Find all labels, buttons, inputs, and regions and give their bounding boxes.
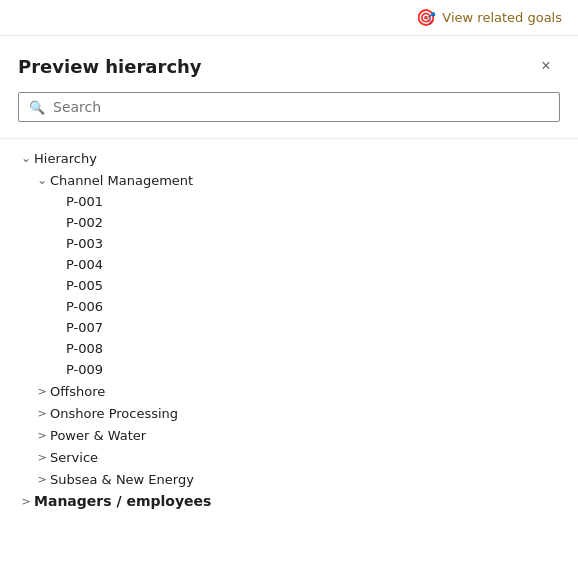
tree-label-hierarchy: Hierarchy <box>34 151 97 166</box>
tree-label-p004: P-004 <box>66 257 103 272</box>
close-button[interactable]: × <box>532 52 560 80</box>
search-icon: 🔍 <box>29 100 45 115</box>
tree-item-p002[interactable]: P-002 <box>18 212 560 233</box>
tree-item-offshore[interactable]: >Offshore <box>18 380 560 402</box>
chevron-service: > <box>34 449 50 465</box>
tree-label-p003: P-003 <box>66 236 103 251</box>
search-box[interactable]: 🔍 <box>18 92 560 122</box>
tree-label-managers-employees: Managers / employees <box>34 493 211 509</box>
panel-header: Preview hierarchy × <box>18 52 560 80</box>
tree-label-subsea: Subsea & New Energy <box>50 472 194 487</box>
tree-item-p007[interactable]: P-007 <box>18 317 560 338</box>
top-bar: 🎯 View related goals <box>0 0 578 36</box>
panel-title: Preview hierarchy <box>18 56 202 77</box>
tree-item-p004[interactable]: P-004 <box>18 254 560 275</box>
chevron-subsea: > <box>34 471 50 487</box>
tree-container: ⌄Hierarchy⌄Channel ManagementP-001P-002P… <box>0 139 578 555</box>
tree-label-p007: P-007 <box>66 320 103 335</box>
tree-item-p005[interactable]: P-005 <box>18 275 560 296</box>
tree-item-managers-employees[interactable]: >Managers / employees <box>18 490 560 512</box>
tree-label-power-water: Power & Water <box>50 428 146 443</box>
tree-label-p005: P-005 <box>66 278 103 293</box>
tree-item-onshore-processing[interactable]: >Onshore Processing <box>18 402 560 424</box>
chevron-onshore-processing: > <box>34 405 50 421</box>
chevron-managers-employees: > <box>18 493 34 509</box>
tree-label-p001: P-001 <box>66 194 103 209</box>
tree-item-hierarchy[interactable]: ⌄Hierarchy <box>18 147 560 169</box>
chevron-channel-management: ⌄ <box>34 172 50 188</box>
tree-item-p009[interactable]: P-009 <box>18 359 560 380</box>
tree-label-p009: P-009 <box>66 362 103 377</box>
tree-label-channel-management: Channel Management <box>50 173 193 188</box>
chevron-offshore: > <box>34 383 50 399</box>
tree-item-channel-management[interactable]: ⌄Channel Management <box>18 169 560 191</box>
chevron-power-water: > <box>34 427 50 443</box>
tree-item-subsea[interactable]: >Subsea & New Energy <box>18 468 560 490</box>
tree-item-p006[interactable]: P-006 <box>18 296 560 317</box>
tree-item-service[interactable]: >Service <box>18 446 560 468</box>
tree-item-power-water[interactable]: >Power & Water <box>18 424 560 446</box>
tree-label-service: Service <box>50 450 98 465</box>
tree-label-p006: P-006 <box>66 299 103 314</box>
tree-label-p008: P-008 <box>66 341 103 356</box>
view-related-goals-label: View related goals <box>442 10 562 25</box>
tree-label-onshore-processing: Onshore Processing <box>50 406 178 421</box>
preview-hierarchy-panel: Preview hierarchy × 🔍 <box>0 36 578 139</box>
tree-item-p008[interactable]: P-008 <box>18 338 560 359</box>
view-related-goals-link[interactable]: 🎯 View related goals <box>416 8 562 27</box>
tree-label-offshore: Offshore <box>50 384 105 399</box>
tree-label-p002: P-002 <box>66 215 103 230</box>
search-input[interactable] <box>53 99 549 115</box>
tree-item-p001[interactable]: P-001 <box>18 191 560 212</box>
goal-icon: 🎯 <box>416 8 436 27</box>
chevron-hierarchy: ⌄ <box>18 150 34 166</box>
tree-item-p003[interactable]: P-003 <box>18 233 560 254</box>
